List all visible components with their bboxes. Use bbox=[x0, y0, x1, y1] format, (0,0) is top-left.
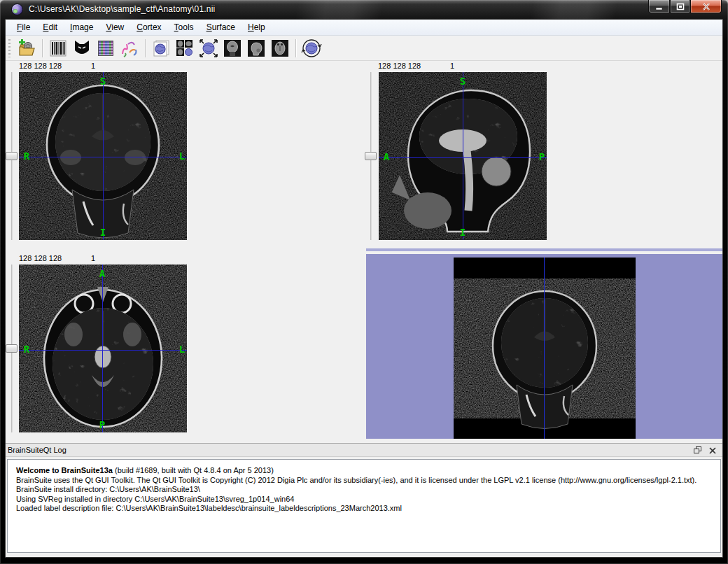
coronal-dims-label: 128 128 128 1 bbox=[19, 62, 159, 71]
open-volume-button[interactable] bbox=[15, 37, 38, 59]
log-dock-titlebar[interactable]: BrainSuiteQt Log bbox=[6, 443, 722, 457]
toolbar-separator bbox=[295, 39, 296, 57]
axial-view-icon bbox=[272, 40, 288, 57]
label-overlay-icon bbox=[98, 41, 113, 56]
log-line: BrainSuite install directory: C:\Users\A… bbox=[16, 485, 713, 495]
orientation-left: L bbox=[177, 344, 187, 354]
coronal-view-button[interactable] bbox=[221, 37, 244, 59]
zoom-to-fit-icon bbox=[199, 38, 218, 58]
coronal-slice-slider[interactable] bbox=[7, 72, 17, 240]
application-window: C:\Users\AK\Desktop\sample_ctf\Anatomy\0… bbox=[0, 0, 728, 564]
axial-viewport[interactable]: A P R L bbox=[19, 265, 187, 432]
curve-tool-icon bbox=[120, 38, 139, 58]
log-welcome-rest: (build #1689, built with Qt 4.8.4 on Apr… bbox=[113, 466, 274, 474]
open-volume-icon bbox=[17, 38, 36, 58]
crosshair-vertical bbox=[102, 265, 103, 432]
crosshair-horizontal bbox=[379, 157, 547, 158]
volume-dimensions: 128 128 128 bbox=[19, 62, 62, 70]
curve-tool-button[interactable] bbox=[118, 37, 141, 59]
float-dock-button[interactable] bbox=[692, 445, 703, 456]
title-bar[interactable]: C:\Users\AK\Desktop\sample_ctf\Anatomy\0… bbox=[0, 0, 728, 20]
log-output: Welcome to BrainSuite13a (build #1689, b… bbox=[7, 459, 721, 553]
orientation-inferior: I bbox=[98, 227, 108, 237]
crosshair-vertical bbox=[544, 258, 545, 439]
multi-slice-view-icon bbox=[176, 39, 194, 57]
sagittal-view-button[interactable] bbox=[245, 37, 267, 59]
orientation-anterior: A bbox=[97, 269, 107, 279]
rotate-3d-icon bbox=[301, 38, 322, 59]
menu-file[interactable]: File bbox=[10, 20, 36, 35]
label-overlay-button[interactable] bbox=[94, 37, 117, 59]
log-dock-title: BrainSuiteQt Log bbox=[8, 446, 66, 454]
slider-handle[interactable] bbox=[6, 344, 18, 353]
slider-handle[interactable] bbox=[6, 152, 18, 160]
close-button[interactable] bbox=[690, 0, 722, 13]
orientation-inferior: I bbox=[458, 227, 468, 237]
toolbar-separator bbox=[145, 39, 146, 57]
toolbar-drag-handle[interactable] bbox=[8, 39, 11, 57]
menu-help[interactable]: Help bbox=[241, 20, 272, 35]
rotate-3d-button[interactable] bbox=[300, 37, 323, 59]
crosshair-horizontal bbox=[19, 350, 187, 351]
crosshair-vertical bbox=[103, 72, 104, 240]
menu-tools[interactable]: Tools bbox=[168, 20, 200, 35]
sagittal-dims-label: 128 128 128 1 bbox=[378, 62, 518, 71]
coronal-view-icon bbox=[224, 40, 241, 57]
orientation-superior: S bbox=[458, 76, 468, 86]
log-welcome-bold: Welcome to BrainSuite13a bbox=[16, 466, 113, 474]
menu-image[interactable]: Image bbox=[64, 20, 99, 35]
sagittal-slice-slider[interactable] bbox=[366, 72, 376, 240]
orientation-left: L bbox=[177, 151, 187, 161]
histogram-icon bbox=[49, 39, 67, 57]
close-dock-button[interactable] bbox=[707, 445, 718, 456]
slice-number: 1 bbox=[91, 62, 95, 70]
crosshair-vertical bbox=[463, 72, 463, 240]
axial-view-button[interactable] bbox=[269, 37, 291, 59]
log-line-welcome: Welcome to BrainSuite13a (build #1689, b… bbox=[16, 466, 713, 476]
volume-dimensions: 128 128 128 bbox=[378, 62, 421, 70]
client-area: File Edit Image View Cortex Tools Surfac… bbox=[6, 20, 722, 557]
mask-icon bbox=[73, 39, 91, 57]
window-controls bbox=[648, 0, 722, 13]
axial-slice-slider[interactable] bbox=[7, 265, 17, 432]
toolbar-separator bbox=[42, 39, 43, 57]
slider-handle[interactable] bbox=[365, 152, 377, 160]
log-dock-buttons bbox=[692, 445, 718, 456]
log-line: Using SVReg installed in directory C:\Us… bbox=[16, 495, 713, 505]
menu-cortex[interactable]: Cortex bbox=[130, 20, 167, 35]
app-logo-icon bbox=[11, 3, 23, 15]
tool-bar bbox=[6, 36, 722, 61]
coronal-viewport[interactable]: S I R L bbox=[19, 72, 187, 240]
surface-slice-image bbox=[454, 258, 636, 439]
log-line: Loaded label description file: C:\Users\… bbox=[16, 504, 713, 514]
surface-panel-top-strip bbox=[366, 248, 722, 251]
surface-view-button[interactable] bbox=[150, 37, 172, 59]
surface-view-icon bbox=[151, 38, 171, 58]
mask-button[interactable] bbox=[71, 37, 93, 59]
surface-view-panel[interactable] bbox=[366, 254, 722, 439]
log-line: BrainSuite uses the Qt GUI Toolkit. The … bbox=[16, 476, 713, 486]
menu-surface[interactable]: Surface bbox=[200, 20, 241, 35]
orientation-anterior: A bbox=[382, 152, 391, 162]
slice-number: 1 bbox=[91, 254, 95, 262]
slice-number: 1 bbox=[450, 62, 454, 70]
menu-view[interactable]: View bbox=[99, 20, 130, 35]
volume-dimensions: 128 128 128 bbox=[19, 254, 62, 262]
histogram-button[interactable] bbox=[47, 37, 69, 59]
orientation-right: R bbox=[22, 151, 31, 161]
orientation-right: R bbox=[22, 344, 31, 354]
window-title: C:\Users\AK\Desktop\sample_ctf\Anatomy\0… bbox=[29, 4, 215, 14]
crosshair-horizontal bbox=[19, 157, 187, 157]
menu-bar: File Edit Image View Cortex Tools Surfac… bbox=[6, 20, 722, 36]
orientation-posterior: P bbox=[97, 420, 107, 430]
zoom-to-fit-button[interactable] bbox=[197, 37, 220, 59]
orientation-posterior: P bbox=[537, 152, 547, 162]
sagittal-viewport[interactable]: S I A P bbox=[379, 72, 547, 240]
minimize-button[interactable] bbox=[648, 0, 670, 13]
menu-edit[interactable]: Edit bbox=[36, 20, 64, 35]
axial-dims-label: 128 128 128 1 bbox=[19, 254, 159, 264]
sagittal-view-icon bbox=[248, 40, 265, 57]
restore-button[interactable] bbox=[670, 0, 690, 13]
multi-slice-view-button[interactable] bbox=[174, 37, 196, 59]
orientation-superior: S bbox=[98, 76, 108, 86]
